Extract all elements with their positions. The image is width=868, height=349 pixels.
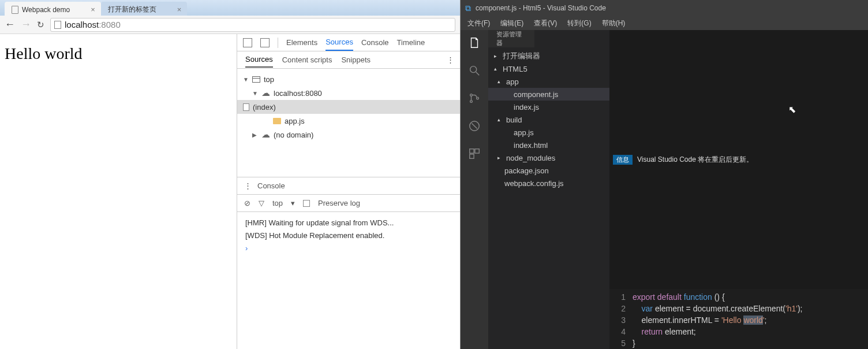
folder-node-modules[interactable]: ▸node_modules: [488, 151, 609, 164]
notification-badge: 信息: [613, 155, 633, 165]
file-component-js[interactable]: component.js: [488, 88, 609, 101]
file-icon: [12, 6, 18, 14]
extensions-icon[interactable]: [467, 147, 481, 161]
tab-console[interactable]: Console: [361, 35, 389, 50]
folder-build[interactable]: ▴build: [488, 113, 609, 126]
menu-file[interactable]: 文件(F): [467, 18, 490, 28]
folder-app[interactable]: ▴app: [488, 75, 609, 88]
console-prompt[interactable]: ›: [245, 242, 452, 255]
url-input[interactable]: localhost:8080: [50, 18, 455, 32]
preserve-log-checkbox[interactable]: [303, 200, 310, 207]
root-folder[interactable]: ▴HTML5: [488, 62, 609, 75]
open-editors-header[interactable]: ▸打开编辑器: [488, 50, 609, 62]
filter-icon[interactable]: ▽: [259, 199, 264, 207]
tab-timeline[interactable]: Timeline: [397, 35, 425, 50]
menu-view[interactable]: 查看(V): [534, 18, 557, 28]
file-icon: [54, 21, 61, 29]
file-app-js[interactable]: app.js: [488, 126, 609, 139]
explorer-title: 资源管理器: [488, 30, 534, 47]
tab-label: 打开新的标签页: [108, 5, 156, 14]
window-icon: [252, 76, 260, 83]
code-content: export default function () { var element…: [633, 291, 802, 349]
inspect-icon[interactable]: [243, 38, 252, 47]
more-icon[interactable]: ⋮: [244, 181, 252, 190]
subtab-snippets[interactable]: Snippets: [341, 53, 371, 67]
file-package-json[interactable]: package.json: [488, 164, 609, 177]
window-title: component.js - Html5 - Visual Studio Cod…: [476, 4, 606, 12]
git-icon[interactable]: [467, 91, 481, 105]
notification-text: Visual Studio Code 将在重启后更新。: [637, 155, 753, 165]
console-drawer-header: ⋮ Console: [237, 177, 460, 195]
close-icon[interactable]: ×: [91, 5, 95, 14]
url-port: :8080: [99, 20, 121, 29]
tab-elements[interactable]: Elements: [286, 35, 317, 50]
svg-rect-7: [470, 149, 474, 153]
search-icon[interactable]: [467, 64, 481, 77]
browser-tab-inactive[interactable]: 打开新的标签页 ×: [101, 2, 188, 16]
dropdown-icon[interactable]: ▾: [291, 199, 295, 207]
console-label[interactable]: Console: [257, 181, 285, 190]
cloud-icon: ☁: [261, 88, 270, 98]
tab-strip: Webpack demo × 打开新的标签页 ×: [0, 0, 460, 16]
line-gutter: 1 2 3 4 5: [609, 291, 633, 349]
tab-sources[interactable]: Sources: [326, 34, 353, 51]
vscode-logo-icon: ⧉: [465, 3, 471, 13]
svg-line-1: [476, 72, 480, 76]
device-icon[interactable]: [260, 38, 270, 47]
svg-rect-8: [475, 149, 479, 153]
browser-tab-active[interactable]: Webpack demo ×: [5, 2, 101, 16]
file-index-js[interactable]: index.js: [488, 101, 609, 113]
back-button[interactable]: ←: [5, 18, 15, 31]
tree-nodomain[interactable]: ▶☁(no domain): [252, 128, 454, 142]
tab-label: Webpack demo: [22, 6, 70, 14]
preserve-log-label: Preserve log: [318, 199, 360, 207]
forward-button[interactable]: →: [21, 18, 31, 31]
chrome-window: Webpack demo × 打开新的标签页 × ← → ↻ localhost…: [0, 0, 461, 349]
svg-point-0: [470, 66, 477, 73]
svg-rect-9: [470, 154, 474, 158]
separator: [278, 38, 278, 48]
tree-file-appjs[interactable]: app.js: [273, 114, 454, 128]
menu-help[interactable]: 帮助(H): [602, 18, 626, 28]
browser-body: Hello world Elements Sources Console Tim…: [0, 34, 460, 349]
explorer-icon[interactable]: [467, 36, 481, 50]
subtab-content-scripts[interactable]: Content scripts: [282, 53, 332, 67]
explorer-tree: ▸打开编辑器 ▴HTML5 ▴app component.js index.js…: [488, 47, 609, 349]
console-output: [HMR] Waiting for update signal from WDS…: [237, 212, 460, 349]
tree-top[interactable]: ▼top: [243, 72, 454, 86]
notification-bar[interactable]: 信息 Visual Studio Code 将在重启后更新。: [609, 30, 868, 289]
devtools-tabs: Elements Sources Console Timeline: [237, 34, 460, 51]
console-filter-bar: ⊘ ▽ top ▾ Preserve log: [237, 195, 460, 212]
code-editor[interactable]: 1 2 3 4 5 export default function () { v…: [609, 289, 868, 349]
scope-select[interactable]: top: [272, 199, 283, 207]
tree-host[interactable]: ▼☁localhost:8080: [252, 86, 454, 100]
svg-point-2: [470, 94, 473, 96]
svg-line-6: [472, 123, 477, 128]
file-icon: [243, 103, 249, 111]
mouse-cursor-icon: ⬉: [788, 104, 796, 115]
subtab-sources[interactable]: Sources: [245, 52, 273, 68]
reload-button[interactable]: ↻: [37, 20, 44, 30]
vscode-body: 资源管理器 ▸打开编辑器 ▴HTML5 ▴app component.js in…: [461, 30, 868, 349]
debug-icon[interactable]: [467, 119, 481, 133]
vscode-titlebar: ⧉ component.js - Html5 - Visual Studio C…: [461, 0, 868, 16]
file-webpack-config[interactable]: webpack.config.js: [488, 177, 609, 190]
close-icon[interactable]: ×: [177, 5, 182, 14]
svg-point-4: [477, 97, 479, 99]
devtools: Elements Sources Console Timeline Source…: [237, 34, 460, 349]
sources-tree: ▼top ▼☁localhost:8080 (index) app.js ▶☁(…: [237, 69, 460, 177]
more-icon[interactable]: ⋮: [447, 53, 454, 67]
console-line: [HMR] Waiting for update signal from WDS…: [245, 217, 452, 229]
menu-goto[interactable]: 转到(G): [567, 18, 591, 28]
tree-file-index[interactable]: (index): [237, 100, 460, 114]
svg-point-3: [470, 101, 473, 103]
editor-area: 信息 Visual Studio Code 将在重启后更新。 1 2 3 4 5…: [609, 30, 868, 349]
activity-bar: [461, 30, 488, 349]
vscode-menubar: 文件(F) 编辑(E) 查看(V) 转到(G) 帮助(H): [461, 16, 868, 30]
clear-icon[interactable]: ⊘: [244, 199, 250, 207]
vscode-window: ⧉ component.js - Html5 - Visual Studio C…: [461, 0, 868, 349]
url-host: localhost: [65, 20, 99, 29]
file-index-html[interactable]: index.html: [488, 139, 609, 151]
folder-icon: [273, 118, 281, 124]
menu-edit[interactable]: 编辑(E): [500, 18, 523, 28]
